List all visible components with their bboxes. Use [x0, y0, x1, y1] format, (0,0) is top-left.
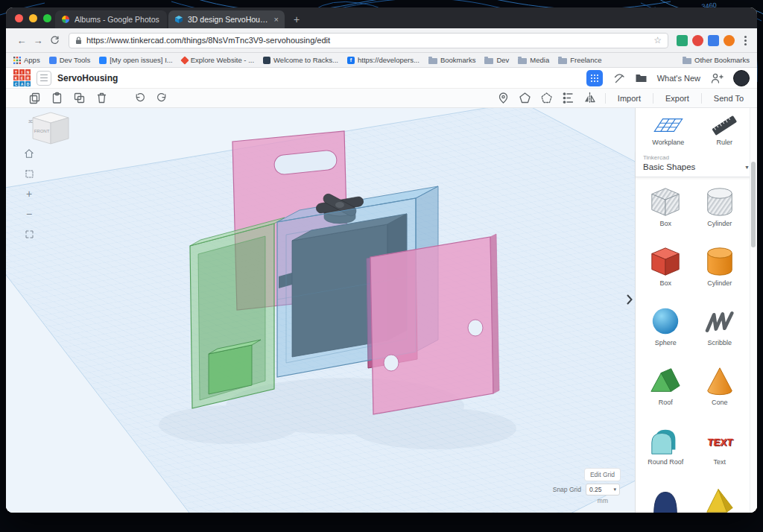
bookmark-open-issues[interactable]: [My open issues] I... — [99, 56, 172, 64]
tinkercad-header: TIN KER CAD ServoHousing What's New — [6, 68, 757, 89]
extension-icon-red[interactable] — [692, 35, 703, 46]
extension-icon-green[interactable] — [677, 35, 688, 46]
shape-box-transparent[interactable]: Box — [648, 182, 683, 241]
import-button[interactable]: Import — [615, 94, 644, 103]
tab-close-icon[interactable]: × — [274, 15, 279, 24]
shape-category-selector[interactable]: Tinkercad Basic Shapes ▼ — [636, 151, 757, 177]
ruler-tool[interactable]: Ruler — [697, 115, 753, 146]
tinkercad-favicon — [174, 15, 183, 24]
delete-button[interactable] — [95, 92, 108, 104]
blocks-view-button[interactable] — [586, 70, 603, 86]
zoom-out-button[interactable]: − — [21, 206, 37, 222]
panel-scrollbar[interactable] — [750, 108, 757, 513]
paste-button[interactable] — [51, 92, 63, 104]
extension-icon-orange[interactable] — [724, 35, 735, 46]
content-area: 3D FRONT — [6, 108, 757, 513]
whats-new-link[interactable]: What's New — [657, 74, 700, 83]
bookmark-dev-tools[interactable]: Dev Tools — [49, 56, 91, 64]
reload-button[interactable] — [46, 32, 63, 48]
shape-box-red[interactable]: Box — [648, 241, 683, 301]
collapse-panel-button[interactable] — [624, 291, 635, 308]
front-plate-hole — [468, 320, 483, 336]
shape-cylinder-orange[interactable]: Cylinder — [703, 241, 737, 301]
bookmark-favicon — [180, 56, 189, 64]
snap-grid-controls: Snap Grid 0.25 ▾ — [553, 484, 620, 495]
fullscreen-window-button[interactable] — [43, 14, 51, 22]
chevron-down-icon: ▼ — [744, 165, 750, 170]
bookmark-welcome-racks[interactable]: Welcome to Racks... — [263, 56, 338, 64]
address-bar: ← → https://www.tinkercad.com/things/8Ns… — [6, 28, 757, 53]
bookmark-folder-bookmarks[interactable]: Bookmarks — [428, 56, 476, 64]
user-avatar[interactable] — [733, 70, 750, 86]
close-window-button[interactable] — [15, 14, 23, 22]
bookmark-label: Bookmarks — [440, 56, 476, 64]
extension-icon-blue[interactable] — [708, 35, 719, 46]
tinkercad-logo[interactable]: TIN KER CAD — [13, 69, 31, 86]
bookmark-label: Freelance — [570, 56, 601, 64]
model-green-box[interactable] — [190, 218, 285, 408]
shape-pyramid[interactable] — [703, 480, 737, 513]
shape-sphere[interactable]: Sphere — [648, 301, 683, 361]
bookmark-folder-media[interactable]: Media — [518, 56, 549, 64]
export-button[interactable]: Export — [662, 94, 692, 103]
projects-folder-icon[interactable] — [635, 72, 648, 83]
pan-view-button[interactable] — [21, 165, 37, 182]
fit-view-button[interactable] — [21, 226, 37, 242]
snap-grid-select[interactable]: 0.25 ▾ — [586, 484, 620, 495]
bookmark-favicon — [263, 57, 270, 64]
folder-icon — [428, 58, 437, 64]
align-button[interactable] — [562, 92, 574, 104]
undo-button[interactable] — [133, 92, 146, 104]
new-tab-button[interactable]: + — [294, 14, 300, 25]
design-properties-button[interactable] — [37, 71, 51, 86]
send-to-button[interactable]: Send To — [711, 94, 747, 103]
zoom-in-button[interactable]: + — [21, 186, 37, 202]
tab-google-photos[interactable]: Albums - Google Photos — [55, 10, 167, 28]
browser-menu-button[interactable] — [741, 33, 750, 48]
invite-person-icon[interactable] — [710, 72, 724, 84]
shape-roof[interactable]: Roof — [648, 361, 683, 420]
bookmark-explore-website[interactable]: Explore Website - ... — [182, 56, 254, 64]
home-icon — [23, 148, 35, 159]
bookmark-label: https://developers... — [358, 56, 420, 64]
redo-button[interactable] — [156, 92, 168, 104]
shape-paraboloid[interactable] — [648, 480, 683, 513]
forward-button[interactable]: → — [30, 32, 46, 48]
url-field[interactable]: https://www.tinkercad.com/things/8NsVmTn… — [69, 33, 668, 48]
bookmark-developers[interactable]: f https://developers... — [347, 56, 420, 64]
ungroup-button[interactable] — [540, 92, 553, 104]
ruler-label: Ruler — [716, 139, 732, 146]
chevron-right-icon — [627, 294, 633, 305]
bookmark-folder-freelance[interactable]: Freelance — [558, 56, 601, 64]
edit-grid-button[interactable]: Edit Grid — [585, 469, 620, 481]
workplane-label: Workplane — [652, 139, 684, 146]
shape-round-roof[interactable]: Round Roof — [648, 420, 683, 480]
tab-tinkercad[interactable]: 3D design ServoHousing | Tin × — [168, 10, 285, 28]
scrollbar-thumb[interactable] — [751, 162, 756, 247]
mirror-button[interactable] — [583, 92, 596, 104]
shape-cone[interactable]: Cone — [703, 361, 737, 420]
bookmark-apps[interactable]: Apps — [13, 56, 40, 64]
google-photos-favicon — [61, 15, 70, 24]
bookmark-folder-dev[interactable]: Dev — [484, 56, 509, 64]
minimize-window-button[interactable] — [29, 14, 37, 22]
model-front-plate[interactable] — [370, 234, 499, 414]
bookmark-label: Explore Website - ... — [191, 56, 254, 64]
group-button[interactable] — [519, 92, 531, 104]
copy-button[interactable] — [28, 92, 41, 104]
notes-pin-icon[interactable] — [497, 92, 510, 104]
3d-canvas[interactable]: 3D FRONT — [6, 108, 635, 513]
tools-pickaxe-icon[interactable] — [612, 72, 625, 84]
folder-icon — [518, 58, 527, 64]
view-home-button[interactable] — [21, 145, 37, 162]
view-cube[interactable]: 3D FRONT — [28, 113, 69, 144]
folder-icon — [484, 58, 493, 64]
shape-scribble[interactable]: Scribble — [703, 301, 737, 361]
other-bookmarks[interactable]: Other Bookmarks — [683, 56, 750, 64]
duplicate-button[interactable] — [73, 92, 86, 104]
shape-text[interactable]: TEXT TEXT Text — [703, 420, 737, 480]
bookmark-star-icon[interactable]: ☆ — [653, 35, 662, 45]
back-button[interactable]: ← — [13, 32, 30, 48]
shape-cylinder-transparent[interactable]: Cylinder — [703, 182, 737, 241]
workplane-tool[interactable]: Workplane — [640, 115, 697, 146]
